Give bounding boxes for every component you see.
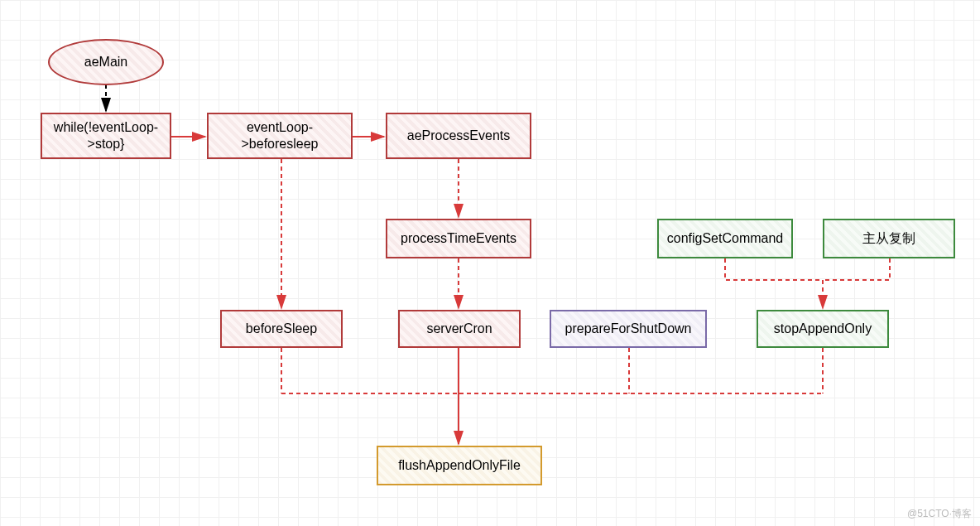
node-processtimeevents-label: processTimeEvents bbox=[401, 230, 516, 247]
node-aemain-label: aeMain bbox=[84, 54, 127, 70]
edge-masterslave-stopappend bbox=[823, 258, 890, 280]
node-masterslave-label: 主从复制 bbox=[862, 230, 915, 247]
node-stopappendonly: stopAppendOnly bbox=[757, 310, 889, 348]
node-while-stop-label: while(!eventLoop->stop} bbox=[47, 119, 165, 152]
node-aemain: aeMain bbox=[48, 39, 164, 85]
node-flushappendonlyfile: flushAppendOnlyFile bbox=[377, 446, 542, 485]
node-beforesleep-ptr: eventLoop->beforesleep bbox=[207, 113, 353, 159]
node-stopappendonly-label: stopAppendOnly bbox=[774, 321, 872, 337]
node-beforesleep: beforeSleep bbox=[220, 310, 343, 348]
node-aeprocessevents: aeProcessEvents bbox=[386, 113, 531, 159]
node-beforesleep-label: beforeSleep bbox=[246, 321, 317, 337]
diagram-canvas: aeMain while(!eventLoop->stop} eventLoop… bbox=[0, 0, 980, 526]
node-prepareforshutdown-label: prepareForShutDown bbox=[565, 321, 692, 337]
node-while-stop: while(!eventLoop->stop} bbox=[41, 113, 171, 159]
node-servercron-label: serverCron bbox=[426, 321, 492, 337]
node-aeprocessevents-label: aeProcessEvents bbox=[407, 128, 511, 144]
node-flushappendonlyfile-label: flushAppendOnlyFile bbox=[398, 457, 521, 474]
watermark-text: @51CTO·博客 bbox=[907, 507, 972, 521]
node-servercron: serverCron bbox=[398, 310, 521, 348]
edge-configset-stopappend bbox=[725, 258, 823, 308]
node-prepareforshutdown: prepareForShutDown bbox=[550, 310, 707, 348]
node-processtimeevents: processTimeEvents bbox=[386, 219, 531, 258]
node-configsetcommand: configSetCommand bbox=[657, 219, 793, 258]
node-beforesleep-ptr-label: eventLoop->beforesleep bbox=[214, 119, 346, 152]
node-configsetcommand-label: configSetCommand bbox=[667, 230, 784, 247]
node-masterslave: 主从复制 bbox=[823, 219, 955, 258]
